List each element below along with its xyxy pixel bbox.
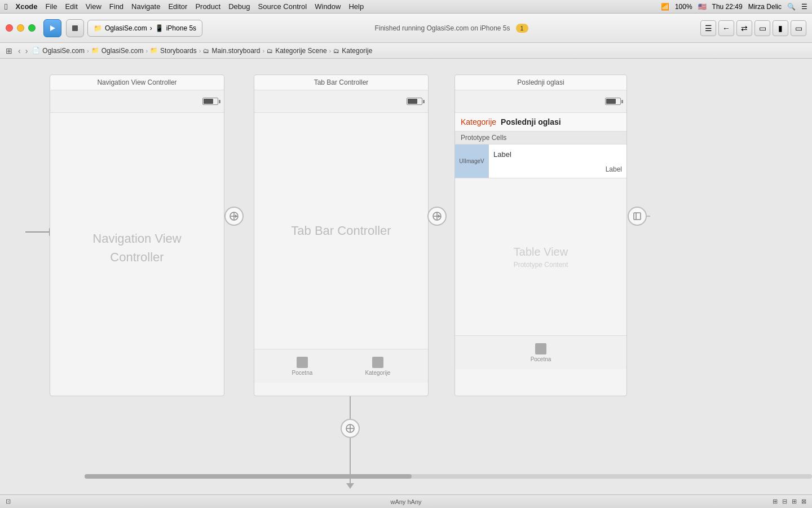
menu-xcode[interactable]: Xcode xyxy=(15,2,37,11)
tab-kategorije-icon xyxy=(372,357,383,368)
tab-bar-controller[interactable]: Tab Bar Controller Tab Bar Controller Po… xyxy=(254,75,429,396)
bc-scene[interactable]: 🗂 Kategorije Scene xyxy=(267,47,326,55)
toolbar: 📁 OglasiSe.com › 📱 iPhone 5s Finished ru… xyxy=(0,14,812,43)
breadcrumb-bar: ⊞ ‹ › 📄 OglasiSe.com › 📁 OglasiSe.com › … xyxy=(0,43,812,59)
search-icon[interactable]: 🔍 xyxy=(787,3,796,11)
tab-controller-title: Tab Bar Controller xyxy=(314,78,369,86)
list-icon[interactable]: ☰ xyxy=(801,3,807,11)
menu-navigate[interactable]: Navigate xyxy=(131,2,160,11)
conn-line-top xyxy=(350,396,351,419)
conn-circle[interactable] xyxy=(341,419,360,438)
bc-scene-label: Kategorije Scene xyxy=(275,47,326,55)
svg-rect-1 xyxy=(72,25,78,31)
poslednji-controller[interactable]: Poslednji oglasi Kategorije Poslednji og… xyxy=(454,75,627,396)
storyboard-canvas[interactable]: Navigation View Controller Navigation Vi… xyxy=(0,59,812,494)
menu-right-area: 📶 100% 🇺🇸 Thu 22:49 Mirza Delic 🔍 ☰ xyxy=(661,3,807,11)
cell-label-bottom: Label xyxy=(606,165,622,173)
split-v-icon[interactable]: ⊞ xyxy=(792,498,797,505)
navigator-toggle[interactable]: ☰ xyxy=(700,20,716,36)
menu-editor[interactable]: Editor xyxy=(168,2,187,11)
svg-marker-0 xyxy=(50,25,55,31)
project-icon: 📄 xyxy=(32,47,40,54)
menu-edit[interactable]: Edit xyxy=(65,2,77,11)
stop-button[interactable] xyxy=(66,19,84,37)
bc-storyboards-label: Storyboards xyxy=(160,47,197,55)
battery-icon xyxy=(202,98,218,105)
bc-storyboards[interactable]: 📁 Storyboards xyxy=(150,47,197,55)
bottom-statusbar: wAny hAny ⊞ ⊟ ⊞ ⊠ ⊡ xyxy=(0,494,812,508)
bc-sep-2: › xyxy=(145,47,148,54)
scrollbar-track[interactable] xyxy=(0,474,812,479)
tab-status-bar xyxy=(254,90,428,113)
nav-view-controller[interactable]: Navigation View Controller Navigation Vi… xyxy=(50,75,224,396)
kategorije-icon: 🗂 xyxy=(333,47,339,54)
prototype-cells-label: Prototype Cells xyxy=(461,134,506,142)
standard-editor[interactable]: ▭ xyxy=(754,20,770,36)
table-view-area: Table View Prototype Content xyxy=(455,178,626,335)
segue-circle-2[interactable] xyxy=(427,207,447,226)
menu-file[interactable]: File xyxy=(46,2,58,11)
status-bottom-text: wAny hAny xyxy=(390,498,421,505)
group-icon: 📁 xyxy=(91,47,99,54)
kategorije-tab-label[interactable]: Kategorije xyxy=(461,117,496,126)
bc-project[interactable]: 📄 OglasiSe.com xyxy=(32,47,85,55)
bc-sep-3: › xyxy=(199,47,201,54)
w-any: Any xyxy=(395,498,405,505)
status-center: Finished running OglasiSe.com on iPhone … xyxy=(206,24,697,32)
tab-controller-content: Tab Bar Controller xyxy=(254,113,428,349)
svg-rect-10 xyxy=(634,213,641,220)
menu-source-control[interactable]: Source Control xyxy=(258,2,307,11)
bc-group[interactable]: 📁 OglasiSe.com xyxy=(91,47,144,55)
poslednji-battery-fill xyxy=(606,99,616,104)
tab-item-kategorije[interactable]: Kategorije xyxy=(365,357,390,376)
scrollbar-thumb[interactable] xyxy=(85,474,412,479)
battery-status: 100% xyxy=(675,3,692,11)
poslednji-battery-icon xyxy=(605,98,621,105)
svg-marker-5 xyxy=(235,214,237,218)
poslednji-tab-label[interactable]: Poslednji oglasi xyxy=(501,117,561,126)
canvas-toggle[interactable]: ▮ xyxy=(773,20,788,36)
poslednji-tab-bar-bottom: Pocetna xyxy=(455,335,626,369)
menu-help[interactable]: Help xyxy=(348,2,364,11)
nav-back[interactable]: ‹ xyxy=(18,46,21,55)
bc-kategorije[interactable]: 🗂 Kategorije xyxy=(333,47,372,55)
apple-menu[interactable]:  xyxy=(5,2,7,11)
user-name: Mirza Delic xyxy=(748,3,782,11)
prototype-cells-header: Prototype Cells xyxy=(455,132,626,144)
menu-bar:  Xcode File Edit View Find Navigate Edi… xyxy=(0,0,812,14)
tab-pocetna-label: Pocetna xyxy=(292,370,313,376)
tab-item-pocetna[interactable]: Pocetna xyxy=(292,357,313,376)
exit-circle[interactable] xyxy=(628,207,647,226)
maximize-button[interactable] xyxy=(28,24,36,32)
minimize-button[interactable] xyxy=(17,24,24,32)
nav-status-bar xyxy=(50,90,224,113)
bc-mainstoryboard[interactable]: 🗂 Main.storyboard xyxy=(203,47,260,55)
run-button[interactable] xyxy=(43,19,61,37)
utilities-toggle[interactable]: ▭ xyxy=(791,20,806,36)
segue-circle-1[interactable] xyxy=(224,207,244,226)
scheme-sep: › xyxy=(150,24,152,32)
statusbar-left-icon: ⊡ xyxy=(6,498,11,505)
device-name: iPhone 5s xyxy=(166,24,196,32)
assistant-toggle[interactable]: ⇄ xyxy=(736,20,752,36)
jump-bar-toggle[interactable]: ← xyxy=(718,20,734,36)
split-h-icon[interactable]: ⊟ xyxy=(782,498,787,505)
grid-statusbar-icon[interactable]: ⊞ xyxy=(773,498,778,505)
menu-window[interactable]: Window xyxy=(315,2,341,11)
terminal-icon[interactable]: ⊡ xyxy=(6,498,11,505)
storyboards-icon: 📁 xyxy=(150,47,158,54)
close-button[interactable] xyxy=(6,24,13,32)
menu-debug[interactable]: Debug xyxy=(228,2,250,11)
menu-find[interactable]: Find xyxy=(109,2,123,11)
poslednji-tab-pocetna[interactable]: Pocetna xyxy=(531,343,551,362)
nav-forward[interactable]: › xyxy=(25,46,28,55)
prototype-cell[interactable]: UIImageV Label Label xyxy=(455,144,626,178)
scheme-selector[interactable]: 📁 OglasiSe.com › 📱 iPhone 5s xyxy=(87,20,202,37)
grid-icon[interactable]: ⊞ xyxy=(6,46,12,55)
menu-product[interactable]: Product xyxy=(195,2,220,11)
menu-view[interactable]: View xyxy=(86,2,102,11)
scheme-name: OglasiSe.com xyxy=(105,24,147,32)
segue-tab-poslednji xyxy=(427,216,445,217)
table-view-label: Table View xyxy=(514,246,568,259)
expand-icon[interactable]: ⊠ xyxy=(801,498,806,505)
